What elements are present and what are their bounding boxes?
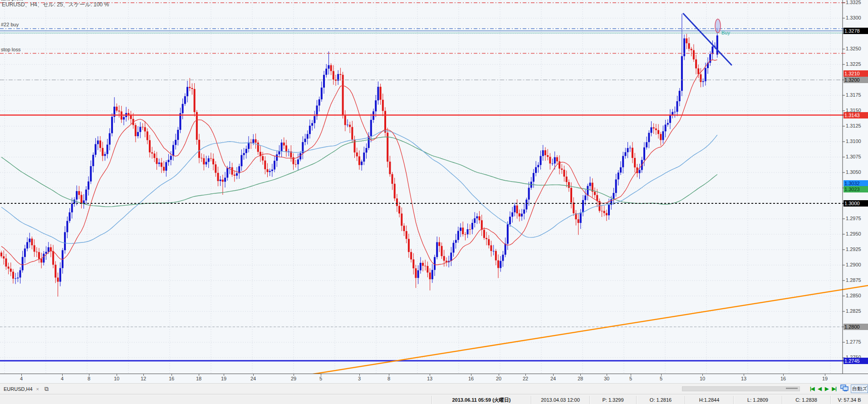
y-axis-label: 1.2975 <box>846 216 861 221</box>
go-next-button[interactable]: ▶ <box>825 386 828 392</box>
x-axis-label: 4 <box>20 376 23 381</box>
order-label: #22 buy <box>1 22 19 27</box>
y-axis-marker: 1.2800 <box>843 324 868 330</box>
status-bar: 2013.06.11 05:59 (火曜日) 2013.04.03 12:00 … <box>0 394 868 404</box>
status-high: H:1.2844 <box>685 396 733 404</box>
x-axis-label: 8 <box>387 376 390 381</box>
y-axis-label: 1.3250 <box>846 46 861 51</box>
y-axis-label: 1.3300 <box>846 15 861 20</box>
status-price: P: 1.3299 <box>589 396 636 404</box>
y-axis-label: 1.3325 <box>846 0 861 5</box>
chart-title: EURUSD、H4、セル: 25、スケール: 100 % <box>2 1 109 9</box>
status-open: O: 1.2816 <box>636 396 685 404</box>
y-axis-label: 1.3175 <box>846 92 861 98</box>
x-axis-label: 24 <box>550 376 556 381</box>
x-axis-label: 16 <box>468 376 474 381</box>
y-axis-label: 1.2950 <box>846 231 861 236</box>
x-axis-label: 28 <box>578 376 583 381</box>
go-first-button[interactable]: |◀ <box>810 386 814 392</box>
y-axis-label: 1.3125 <box>846 123 861 128</box>
auto-zoom-button[interactable]: 自動ズーム <box>851 384 868 393</box>
horizontal-scrollbar[interactable] <box>682 386 800 391</box>
x-axis-label: 12 <box>141 376 146 381</box>
y-axis-marker: 1.3210 <box>843 70 868 77</box>
y-axis-label: 1.2875 <box>846 277 861 283</box>
workstation-icon[interactable] <box>840 384 848 393</box>
y-axis-label: 1.3100 <box>846 138 861 144</box>
y-axis-label: 1.2850 <box>846 293 861 298</box>
x-axis-label: 19 <box>822 376 828 381</box>
tab-close-icon[interactable]: × <box>36 386 39 392</box>
x-axis-label: 19 <box>221 376 226 381</box>
y-axis-marker: 1.3000 <box>843 200 868 207</box>
x-axis-label: 20 <box>496 376 501 381</box>
x-axis-label: 10 <box>114 376 119 381</box>
price-chart-canvas <box>0 0 868 374</box>
y-axis-label: 1.2825 <box>846 308 861 314</box>
x-axis-label: 10 <box>700 376 705 381</box>
x-axis-label: 8 <box>88 376 90 381</box>
y-axis-marker: 1.3278 <box>843 28 868 34</box>
x-axis-label: 29 <box>291 376 296 381</box>
x-axis-label: 16 <box>780 376 786 381</box>
x-axis-label: 30 <box>604 376 609 381</box>
x-axis-label: 3 <box>358 376 361 381</box>
x-axis-label: 16 <box>169 376 174 381</box>
y-axis-marker: 1.3032 <box>843 180 868 187</box>
y-axis-marker: 1.2745 <box>843 358 868 364</box>
scrollbar-handle[interactable] <box>786 388 798 389</box>
y-axis-marker: 1.3143 <box>843 112 868 118</box>
x-axis-label: 18 <box>196 376 201 381</box>
go-prev-button[interactable]: ◀ <box>818 386 821 392</box>
y-axis-label: 1.3075 <box>846 154 861 159</box>
y-axis-marker: 1.3023 <box>843 186 868 192</box>
tab-eurusd-h4[interactable]: EURUSD,H4 <box>4 386 33 392</box>
x-axis-label: 4 <box>61 376 64 381</box>
time-axis: 4481012161819242953813162022242830551013… <box>0 374 868 383</box>
x-axis-label: 13 <box>741 376 746 381</box>
status-cursor-time: 2013.04.03 12:00 <box>531 396 589 404</box>
price-chart: take profit EURUSD、H4、セル: 25、スケール: 100 %… <box>0 0 868 374</box>
x-axis-label: 5 <box>629 376 632 381</box>
y-axis-label: 1.3050 <box>846 169 861 175</box>
x-axis-label: 13 <box>427 376 432 381</box>
y-axis-label: 1.3225 <box>846 61 861 67</box>
chart-tab-bar: EURUSD,H4 × ⧉ |◀ ◀ ▶ ▶| 自動ズーム <box>0 383 868 394</box>
x-axis-label: 24 <box>250 376 256 381</box>
y-axis-label: 1.2775 <box>846 339 861 345</box>
y-axis-label: 1.2900 <box>846 262 861 267</box>
go-last-button[interactable]: ▶| <box>832 386 836 392</box>
x-axis-label: 22 <box>523 376 528 381</box>
status-close: C: 1.2838 <box>782 396 830 404</box>
y-axis-label: 1.2925 <box>846 246 861 252</box>
x-axis-label: 5 <box>660 376 662 381</box>
x-axis-label: 5 <box>319 376 322 381</box>
status-volume: V: 57.34 B <box>830 396 868 404</box>
y-axis-marker: 1.3200 <box>843 77 868 83</box>
buy-marker-label: Buy <box>721 30 730 35</box>
status-low: L: 1.2809 <box>733 396 782 404</box>
stop-loss-label: stop loss <box>1 47 20 52</box>
new-window-icon[interactable]: ⧉ <box>44 385 49 393</box>
status-current-time: 2013.06.11 05:59 (火曜日) <box>432 396 531 404</box>
